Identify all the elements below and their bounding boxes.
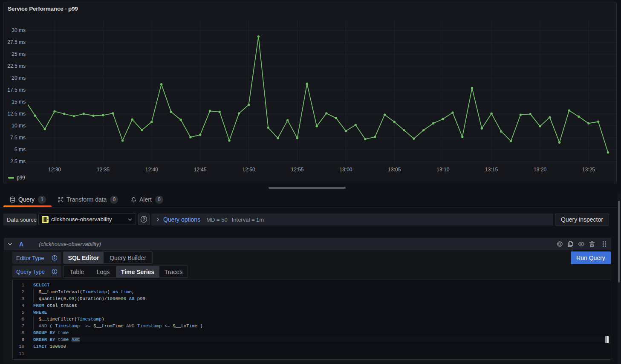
svg-text:13:10: 13:10 xyxy=(436,167,449,173)
svg-text:25 ms: 25 ms xyxy=(12,51,26,57)
svg-text:12.5 ms: 12.5 ms xyxy=(7,111,26,117)
svg-text:17.5 ms: 17.5 ms xyxy=(7,87,26,93)
svg-text:2.5 ms: 2.5 ms xyxy=(10,159,26,165)
svg-text:12:35: 12:35 xyxy=(97,167,110,173)
svg-text:15 ms: 15 ms xyxy=(12,99,26,105)
svg-text:20 ms: 20 ms xyxy=(12,75,26,81)
svg-text:13:15: 13:15 xyxy=(485,167,498,173)
svg-text:12:50: 12:50 xyxy=(243,167,255,173)
svg-text:12:45: 12:45 xyxy=(194,167,207,173)
svg-text:27.5 ms: 27.5 ms xyxy=(7,39,26,45)
svg-text:30 ms: 30 ms xyxy=(12,27,26,33)
svg-text:13:20: 13:20 xyxy=(534,167,546,173)
svg-text:12:55: 12:55 xyxy=(291,167,303,173)
svg-text:13:25: 13:25 xyxy=(582,167,595,173)
svg-text:12:30: 12:30 xyxy=(48,167,61,173)
svg-text:5 ms: 5 ms xyxy=(14,147,26,153)
svg-text:13:05: 13:05 xyxy=(388,167,401,173)
svg-text:7.5 ms: 7.5 ms xyxy=(10,135,26,141)
svg-text:22.5 ms: 22.5 ms xyxy=(7,63,26,69)
svg-text:12:40: 12:40 xyxy=(145,167,158,173)
svg-text:10 ms: 10 ms xyxy=(12,123,26,129)
svg-text:13:00: 13:00 xyxy=(339,167,352,173)
